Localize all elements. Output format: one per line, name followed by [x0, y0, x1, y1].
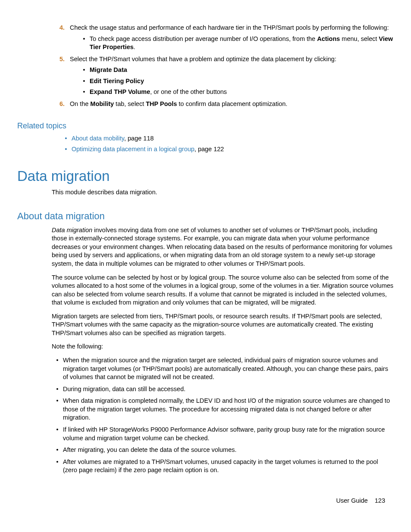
bullet-dot: •: [78, 35, 90, 52]
note-6: • After volumes are migrated to a THP/Sm…: [52, 458, 394, 475]
link-about-data-mobility[interactable]: About data mobility: [72, 135, 124, 142]
note-intro: Note the following:: [52, 342, 394, 351]
para-1: Data migration involves moving data from…: [52, 226, 394, 268]
bullet-dot: •: [52, 446, 63, 454]
text: , page 118: [124, 135, 154, 142]
ui-ref-migrate-data: Migrate Data: [90, 66, 394, 75]
bullet-dot: •: [78, 88, 90, 96]
heading-related-topics: Related topics: [17, 121, 394, 131]
ordered-steps: 4. Check the usage status and performanc…: [52, 24, 394, 109]
note-text: After volumes are migrated to a THP/Smar…: [63, 458, 394, 475]
note-1: • When the migration source and the migr…: [52, 356, 394, 382]
step-body: On the Mobility tab, select THP Pools to…: [70, 100, 394, 109]
bullet-dot: •: [60, 145, 72, 154]
page-footer: User Guide 123: [336, 497, 385, 505]
notes-list: • When the migration source and the migr…: [52, 356, 394, 475]
step-body: Select the THP/Smart volumes that have a…: [70, 55, 394, 98]
footer-page-number: 123: [375, 497, 385, 504]
step-6: 6. On the Mobility tab, select THP Pools…: [52, 100, 394, 109]
page: 4. Check the usage status and performanc…: [0, 0, 411, 532]
bullet-text: To check page access distribution per av…: [90, 35, 394, 52]
note-text: When the migration source and the migrat…: [63, 356, 394, 382]
bullet-dot: •: [78, 77, 90, 86]
text: To check page access distribution per av…: [90, 35, 317, 42]
note-text: After migrating, you can delete the data…: [63, 446, 394, 454]
bullet-dot: •: [52, 426, 63, 442]
para-2: The source volume can be selected by hos…: [52, 274, 394, 307]
step-text: Select the THP/Smart volumes that have a…: [70, 56, 336, 62]
step-5-sub-1: • Migrate Data: [78, 66, 394, 75]
bullet-dot: •: [78, 66, 90, 75]
link-optimizing-data-placement[interactable]: Optimizing data placement in a logical g…: [72, 146, 194, 152]
related-link-2: • Optimizing data placement in a logical…: [60, 145, 394, 154]
text: .: [134, 44, 135, 50]
text: , or one of the other buttons: [150, 88, 227, 95]
bullet-dot: •: [52, 385, 63, 394]
step-5-sub-3: • Expand THP Volume, or one of the other…: [78, 88, 394, 96]
ui-ref-edit-tiering: Edit Tiering Policy: [90, 77, 394, 86]
note-text: During migration, data can still be acce…: [63, 385, 394, 394]
bullet-dot: •: [52, 397, 63, 422]
text: menu, select: [340, 35, 379, 42]
text: involves moving data from one set of vol…: [52, 227, 392, 267]
text: tab, select: [114, 100, 146, 107]
bullet-dot: •: [52, 458, 63, 475]
step-4: 4. Check the usage status and performanc…: [52, 24, 394, 53]
note-5: • After migrating, you can delete the da…: [52, 446, 394, 454]
para-3: Migration targets are selected from tier…: [52, 312, 394, 338]
bullet-dot: •: [52, 356, 63, 382]
step-4-sub: • To check page access distribution per …: [78, 35, 394, 52]
note-text: When data migration is completed normall…: [63, 397, 394, 422]
ui-ref-mobility: Mobility: [90, 100, 114, 107]
heading-data-migration: Data migration: [17, 167, 394, 186]
bullet-text: About data mobility, page 118: [72, 134, 394, 143]
term-data-migration: Data migration: [52, 227, 92, 233]
related-link-1: • About data mobility, page 118: [60, 134, 394, 143]
ui-ref-thp-pools: THP Pools: [146, 100, 177, 107]
note-4: • If linked with HP StorageWorks P9000 P…: [52, 426, 394, 442]
text: , page 122: [194, 146, 224, 152]
bullet-text: Optimizing data placement in a logical g…: [72, 145, 394, 154]
step-5: 5. Select the THP/Smart volumes that hav…: [52, 55, 394, 98]
step-number: 5.: [52, 55, 70, 98]
bullet-text: Expand THP Volume, or one of the other b…: [90, 88, 394, 96]
step-body: Check the usage status and performance o…: [70, 24, 394, 53]
note-text: If linked with HP StorageWorks P9000 Per…: [63, 426, 394, 442]
step-text: Check the usage status and performance o…: [70, 24, 389, 31]
text: On the: [70, 100, 90, 107]
bullet-dot: •: [60, 134, 72, 143]
step-5-sub-2: • Edit Tiering Policy: [78, 77, 394, 86]
step-number: 6.: [52, 100, 70, 109]
ui-ref-actions: Actions: [317, 35, 340, 42]
heading-about-data-migration: About data migration: [17, 210, 394, 223]
step-number: 4.: [52, 24, 70, 53]
ui-ref-expand-thp: Expand THP Volume: [90, 88, 150, 95]
footer-label: User Guide: [336, 497, 367, 504]
note-2: • During migration, data can still be ac…: [52, 385, 394, 394]
intro-text: This module describes data migration.: [52, 188, 394, 197]
text: to confirm data placement optimization.: [177, 100, 287, 107]
note-3: • When data migration is completed norma…: [52, 397, 394, 422]
